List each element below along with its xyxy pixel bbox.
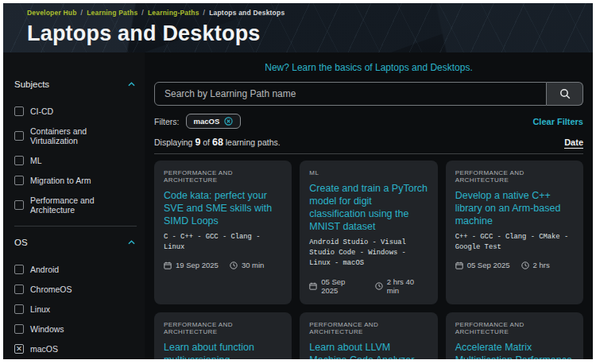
filter-option-label: Windows [30, 324, 64, 334]
card-title[interactable]: Learn about function multiversioning [164, 341, 282, 359]
os-filter-option[interactable]: ChromeOS [14, 285, 137, 294]
subjects-filter-option[interactable]: CI-CD [14, 106, 137, 116]
calendar-icon [455, 261, 463, 269]
filters-label: Filters: [154, 117, 180, 126]
checkbox[interactable] [14, 324, 24, 334]
card-category: PERFORMANCE AND ARCHITECTURE [164, 321, 282, 335]
checkbox[interactable] [14, 156, 24, 165]
filter-option-label: ML [30, 156, 42, 165]
checkbox[interactable] [14, 176, 24, 185]
card-category: PERFORMANCE AND ARCHITECTURE [455, 169, 574, 184]
card-date-text: 05 Sep 2025 [467, 261, 510, 269]
results-summary: Displaying 9 of 68 learning paths. [154, 137, 281, 148]
subjects-filter-option[interactable]: ML [14, 156, 137, 165]
breadcrumb-link-developer-hub[interactable]: Developer Hub [27, 9, 77, 17]
card-tags: C - C++ - GCC - Clang - Linux [164, 232, 282, 253]
checkbox[interactable] [14, 131, 24, 141]
card-duration-text: 30 min [242, 261, 265, 269]
os-filter-option[interactable]: Windows [14, 324, 137, 334]
subjects-filter-option[interactable]: Migration to Arm [14, 176, 137, 185]
results-count: 9 [195, 137, 200, 148]
checkbox[interactable] [14, 285, 24, 294]
os-filter-option[interactable]: Android [14, 265, 137, 274]
sort-by-date-button[interactable]: Date [564, 137, 583, 149]
card-title[interactable]: Code kata: perfect your SVE and SME skil… [164, 189, 282, 227]
os-section-title: OS [14, 238, 28, 247]
breadcrumb: Developer Hub / Learning Paths / Learnin… [27, 9, 593, 17]
card-title[interactable]: Develop a native C++ library on an Arm-b… [455, 189, 574, 227]
clock-icon [521, 261, 529, 269]
basics-link[interactable]: New? Learn the basics of Laptops and Des… [265, 62, 473, 73]
checkbox[interactable] [14, 304, 24, 314]
search-icon [559, 88, 571, 99]
filter-option-label: Performance and Architecture [30, 196, 137, 215]
clock-icon [375, 282, 383, 290]
checkbox[interactable] [14, 200, 24, 210]
learning-path-card[interactable]: ML Create and train a PyTorch model for … [300, 161, 437, 304]
subjects-section-header[interactable]: Subjects [14, 76, 137, 92]
results-total: 68 [212, 137, 223, 148]
calendar-icon [164, 261, 172, 269]
learning-path-card[interactable]: PERFORMANCE AND ARCHITECTURE Code kata: … [154, 161, 292, 304]
card-date-text: 05 Sep 2025 [321, 277, 364, 295]
filter-option-label: macOS [30, 344, 58, 354]
card-category: PERFORMANCE AND ARCHITECTURE [164, 169, 282, 184]
learning-path-card[interactable]: PERFORMANCE AND ARCHITECTURE Learn about… [154, 312, 292, 359]
subjects-section-title: Subjects [14, 79, 49, 89]
filter-option-label: Android [30, 265, 59, 274]
chevron-up-icon[interactable] [128, 240, 135, 245]
card-title[interactable]: Create and train a PyTorch model for dig… [309, 182, 428, 233]
search-button[interactable] [547, 82, 583, 106]
learning-path-card[interactable]: PERFORMANCE AND ARCHITECTURE Learn about… [300, 312, 437, 359]
card-footer: 19 Sep 2025 30 min [164, 261, 282, 269]
search-bar [154, 82, 583, 106]
checkbox[interactable] [14, 265, 24, 274]
main-panel: New? Learn the basics of Laptops and Des… [145, 52, 593, 359]
breadcrumb-current: Laptops and Desktops [209, 9, 284, 17]
os-section-header[interactable]: OS [14, 234, 137, 250]
subjects-filter-option[interactable]: Containers and Virtualization [14, 126, 137, 145]
clock-icon [230, 261, 238, 269]
card-duration-text: 2 hrs [533, 261, 550, 269]
content-area: Subjects CI-CD Containers an [3, 52, 593, 359]
search-input[interactable] [154, 82, 547, 106]
sidebar-section-os: OS Android ChromeOS [14, 226, 137, 359]
card-duration: 2 hrs 40 min [375, 277, 428, 295]
breadcrumb-link-learning-paths[interactable]: Learning Paths [87, 9, 137, 17]
subjects-filter-option[interactable]: Performance and Architecture [14, 196, 137, 215]
filter-sidebar: Subjects CI-CD Containers an [3, 52, 145, 359]
card-footer: 05 Sep 2025 2 hrs [455, 261, 574, 269]
filter-option-label: Linux [30, 304, 50, 314]
learning-path-card[interactable]: PERFORMANCE AND ARCHITECTURE Accelerate … [446, 312, 583, 359]
filter-chip-macos[interactable]: macOS [186, 114, 242, 129]
card-date: 19 Sep 2025 [164, 261, 219, 269]
os-filter-option[interactable]: macOS [14, 344, 137, 354]
card-date: 05 Sep 2025 [309, 277, 363, 295]
breadcrumb-separator: / [81, 9, 83, 17]
card-category: PERFORMANCE AND ARCHITECTURE [455, 321, 574, 335]
clear-filters-link[interactable]: Clear Filters [532, 117, 583, 126]
os-filter-option[interactable]: Linux [14, 304, 137, 314]
checkbox[interactable] [14, 344, 24, 354]
card-date-text: 19 Sep 2025 [176, 261, 219, 269]
breadcrumb-separator: / [203, 9, 206, 17]
card-title[interactable]: Accelerate Matrix Multiplication Perform… [455, 341, 574, 359]
results-row: Displaying 9 of 68 learning paths. Date [154, 137, 583, 149]
circled-x-icon[interactable] [224, 117, 233, 126]
learning-path-card[interactable]: PERFORMANCE AND ARCHITECTURE Develop a n… [446, 161, 583, 304]
checkbox[interactable] [14, 106, 24, 116]
breadcrumb-separator: / [141, 9, 144, 17]
card-footer: 05 Sep 2025 2 hrs 40 min [309, 277, 428, 295]
hero-banner: Developer Hub / Learning Paths / Learnin… [3, 3, 593, 52]
sidebar-section-subjects: Subjects CI-CD Containers an [14, 68, 137, 226]
page-title: Laptops and Desktops [27, 21, 593, 46]
filter-option-label: ChromeOS [30, 285, 72, 294]
results-divider [154, 153, 583, 154]
breadcrumb-link-learning-paths-2[interactable]: Learning-Paths [148, 9, 199, 17]
card-title[interactable]: Learn about LLVM Machine Code Analyzer [309, 341, 428, 359]
card-duration: 2 hrs [521, 261, 550, 269]
filter-option-label: Migration to Arm [30, 176, 91, 185]
chevron-up-icon[interactable] [128, 82, 135, 87]
card-duration-text: 2 hrs 40 min [387, 277, 428, 295]
card-tags: C++ - GCC - Clang - CMake - Google Test [455, 232, 574, 253]
